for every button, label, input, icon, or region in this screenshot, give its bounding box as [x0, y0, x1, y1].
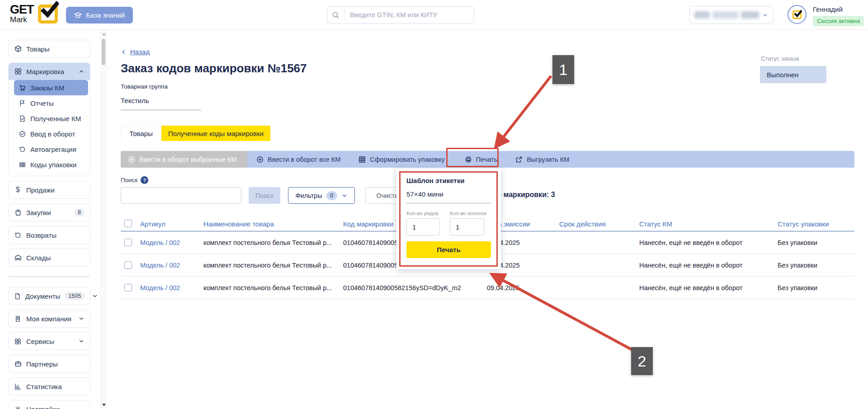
sidebar-item-autoaggregation[interactable]: Автоагрегация	[14, 141, 88, 157]
cell-marking-code: 01046078140900582156ySD=dDyK_m2	[343, 277, 461, 299]
search-icon	[327, 9, 344, 20]
chevron-down-icon	[341, 193, 348, 199]
search-submit-button[interactable]: Поиск	[249, 187, 280, 204]
intro-all-km-button[interactable]: Ввести в оборот все КМ	[247, 151, 349, 168]
avatar-logo-icon	[793, 10, 802, 19]
row-checkbox[interactable]	[124, 261, 132, 269]
table-search-input[interactable]	[121, 187, 241, 204]
help-icon[interactable]: ?	[141, 176, 148, 184]
column-marking-code[interactable]: Код маркировки	[343, 216, 393, 231]
printer-icon	[465, 156, 472, 163]
gear-icon	[14, 406, 22, 409]
sidebar-item-packing-codes[interactable]: Коды упаковки	[14, 157, 88, 172]
column-validity[interactable]: Срок действия	[559, 216, 606, 231]
rows-count-input[interactable]	[406, 218, 440, 235]
sidebar-item-returns[interactable]: Возвраты	[9, 226, 90, 244]
chevron-left-icon	[121, 49, 127, 55]
export-km-button[interactable]: Выгрузить КМ	[506, 151, 578, 168]
sidebar-item-warehouses[interactable]: Склады	[9, 249, 90, 266]
cols-count-input[interactable]	[450, 218, 484, 235]
action-toolbar: Ввести в оборот выбранные КМ Ввести в об…	[121, 151, 854, 168]
back-link[interactable]: Назад	[121, 48, 150, 56]
chevron-down-icon	[92, 293, 98, 299]
cell-packing-status: Без упаковки	[778, 254, 817, 277]
documents-count-badge: 1505	[65, 292, 85, 300]
cell-article[interactable]: Модель / 002	[140, 231, 180, 254]
package-grid-icon	[359, 156, 366, 163]
sidebar-item-received-km[interactable]: Полученные КМ	[14, 111, 88, 126]
cart-icon	[19, 85, 26, 91]
column-product-name[interactable]: Наименование товара	[203, 216, 274, 231]
order-status-badge: Выполнен	[760, 66, 826, 83]
sidebar-scrollbar[interactable]	[100, 30, 107, 409]
sidebar-item-settings[interactable]: Настройки	[9, 400, 90, 409]
filters-button[interactable]: Фильтры 0	[288, 187, 355, 204]
cell-product-name: комплект постельного белья Тестовый р...	[203, 254, 332, 277]
chevron-down-icon	[762, 12, 769, 19]
annotation-step-1: 1	[552, 55, 574, 84]
scroll-down-icon[interactable]	[102, 404, 106, 406]
cell-article[interactable]: Модель / 002	[140, 254, 180, 277]
scrollbar-thumb[interactable]	[102, 39, 105, 65]
cell-marking-code: 0104607814090058	[343, 231, 401, 254]
table-row[interactable]: Модель / 002 комплект постельного белья …	[121, 277, 854, 299]
column-km-status[interactable]: Статус КМ	[639, 216, 672, 231]
sidebar-item-reports[interactable]: Отчеты	[14, 95, 88, 111]
logo-text-mark: Mark	[10, 16, 34, 23]
avatar[interactable]	[788, 5, 807, 24]
export-icon	[515, 156, 523, 163]
label-template-select[interactable]: 57×40 мини	[406, 190, 491, 203]
select-all-checkbox[interactable]	[124, 220, 132, 227]
tab-products[interactable]: Товары	[121, 126, 161, 141]
tab-received-codes[interactable]: Полученные коды маркировки	[161, 126, 270, 141]
column-packing-status[interactable]: Статус упаковки	[778, 216, 829, 231]
cell-article[interactable]: Модель / 002	[140, 277, 180, 299]
cell-emission-date: 09.04.2025	[487, 277, 520, 299]
form-package-button[interactable]: Сформировать упаковку	[349, 151, 453, 168]
sidebar-divider	[9, 277, 90, 277]
document-check-icon	[19, 115, 26, 122]
sidebar-item-intro-circulation[interactable]: Ввод в оборот	[14, 126, 88, 141]
scroll-up-icon[interactable]	[102, 33, 106, 35]
logo-text-get: GET	[10, 4, 34, 15]
services-icon	[14, 338, 22, 345]
row-checkbox[interactable]	[124, 239, 132, 246]
intro-selected-km-button[interactable]: Ввести в оборот выбранные КМ	[121, 151, 247, 168]
cell-product-name: комплект постельного белья Тестовый р...	[203, 277, 332, 299]
return-icon	[14, 232, 22, 239]
sidebar-item-my-company[interactable]: Моя компания	[9, 310, 90, 327]
sidebar-item-km-orders[interactable]: Заказы КМ	[14, 80, 88, 95]
sidebar-item-partners[interactable]: Партнеры	[9, 355, 90, 372]
column-article[interactable]: Артикул	[140, 216, 165, 231]
briefcase-icon	[14, 360, 22, 367]
getmark-logo[interactable]: GET Mark	[10, 4, 59, 24]
sidebar-item-sales[interactable]: $ Продажи	[9, 181, 90, 198]
sidebar-item-products[interactable]: Товары	[9, 40, 90, 57]
popup-print-button[interactable]: Печать	[406, 241, 491, 258]
sidebar-item-statistics[interactable]: Статистика	[9, 378, 90, 395]
chevron-down-icon	[78, 315, 85, 322]
rows-count-label: Кол-во рядов	[406, 211, 439, 216]
page-title: Заказ кодов маркировки №1567	[121, 61, 307, 75]
knowledge-base-button[interactable]: База знаний	[66, 7, 133, 24]
organization-select[interactable]	[689, 6, 774, 24]
row-checkbox[interactable]	[124, 284, 132, 291]
warehouse-icon	[14, 254, 22, 261]
check-circle-icon	[19, 131, 26, 137]
chevron-up-icon	[78, 68, 85, 75]
file-icon	[14, 293, 21, 300]
flag-icon	[19, 100, 26, 107]
top-header: GET Mark База знаний	[0, 0, 868, 30]
cell-packing-status: Без упаковки	[778, 277, 817, 299]
cell-packing-status: Без упаковки	[778, 231, 817, 254]
sidebar-item-marking[interactable]: Маркировка	[9, 63, 90, 80]
print-button[interactable]: Печать	[456, 151, 507, 168]
print-popup: Шаблон этикетки 57×40 мини Кол-во рядов …	[396, 169, 501, 269]
sidebar-item-services[interactable]: Сервисы	[9, 333, 90, 350]
barcode-icon	[19, 161, 26, 168]
grid-icon	[14, 68, 22, 75]
sidebar-item-purchases[interactable]: Закупки 8	[9, 204, 90, 221]
product-group-value[interactable]: Текстиль	[121, 97, 201, 110]
global-search-input[interactable]	[344, 11, 474, 19]
sidebar-item-documents[interactable]: Документы 1505	[9, 287, 90, 305]
